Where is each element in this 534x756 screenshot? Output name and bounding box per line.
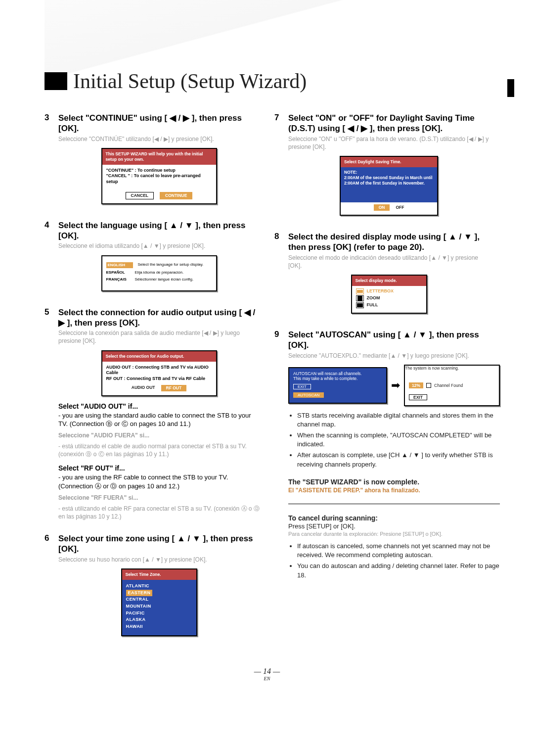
dst-off-label[interactable]: OFF xyxy=(396,204,404,211)
lang-row-english[interactable]: ENGLISH Select the language for setup di… xyxy=(106,261,212,269)
continue-button[interactable]: CONTINUE xyxy=(160,192,192,199)
wizard-complete: The "SETUP WIZARD" is now complete. xyxy=(288,478,500,486)
step-8-number: 8 xyxy=(274,232,283,317)
audio-out-es-text: - está utilizando el cable de audio norm… xyxy=(58,442,260,458)
step-5-subtext: Seleccione la conexión para salida de au… xyxy=(58,329,260,345)
list-item: After autoscan is complete, use [CH ▲ / … xyxy=(297,451,500,469)
display-full[interactable]: FULL xyxy=(355,302,423,309)
dst-screen: Select Daylight Saving Time. NOTE: 2:00A… xyxy=(340,156,438,216)
cancel-scan-es: Para cancelar durante la exploración: Pr… xyxy=(288,531,500,537)
step-5: 5 Select the connection for audio output… xyxy=(44,307,260,520)
channel-found-label: Channel Found xyxy=(434,383,463,388)
step-3-number: 3 xyxy=(44,113,53,207)
note-label: NOTE: xyxy=(344,170,434,175)
screen-line: AUDIO OUT : Connecting STB and TV via AU… xyxy=(106,365,212,376)
screen-line: "CANCEL " : To cancel to leave pre-arran… xyxy=(106,173,212,185)
timezone-item[interactable]: PACIFIC xyxy=(126,610,192,617)
autoscan-line: This may take a while to complete. xyxy=(293,376,382,381)
cancel-bullets: If autoscan is canceled, some channels n… xyxy=(288,542,500,580)
lang-row-french[interactable]: FRANÇAIS Sélectionner langue écran confi… xyxy=(106,276,212,283)
step-8: 8 Select the desired display mode using … xyxy=(274,232,490,317)
autoscan-progress-screen: The system is now scanning. 12% Channel … xyxy=(404,365,500,406)
step-5-heading: Select the connection for audio output u… xyxy=(58,307,260,329)
step-4-heading: Select the language using [ ▲ / ▼ ], the… xyxy=(58,220,260,241)
timezone-item[interactable]: CENTRAL xyxy=(126,596,192,603)
autoscan-notes: STB starts receiving available digital c… xyxy=(288,411,500,469)
step-6-number: 6 xyxy=(44,533,53,639)
display-zoom[interactable]: ZOOM xyxy=(355,295,423,302)
lang-row-spanish[interactable]: ESPAÑOL Elija idioma de preparación. xyxy=(106,269,212,276)
timezone-item[interactable]: MOUNTAIN xyxy=(126,603,192,610)
list-item: You can do autoscan and adding / deletin… xyxy=(297,562,500,579)
arrow-right-icon: ➡ xyxy=(391,379,400,392)
step-6: 6 Select your time zone using [ ▲ / ▼ ],… xyxy=(44,533,260,639)
autoscan-start-button[interactable]: AUTOSCAN xyxy=(293,392,324,398)
timezone-item[interactable]: EASTERN xyxy=(126,590,153,597)
progress-indicator-icon xyxy=(426,383,431,388)
step-3: 3 Select "CONTINUE" using [ ◀ / ▶ ], the… xyxy=(44,113,260,207)
display-letterbox[interactable]: LETTERBOX xyxy=(355,288,423,295)
audio-out-label[interactable]: AUDIO OUT xyxy=(132,385,155,391)
letterbox-icon xyxy=(356,288,364,294)
audio-out-text: - you are using the standard audio cable… xyxy=(58,411,260,428)
rf-out-button[interactable]: RF OUT xyxy=(161,385,187,391)
step-3-heading: Select "CONTINUE" using [ ◀ / ▶ ], then … xyxy=(58,113,260,134)
zoom-icon xyxy=(356,295,364,301)
step-4-subtext: Seleccione el idioma utilizando [▲ / ▼] … xyxy=(58,242,260,250)
step-6-heading: Select your time zone using [ ▲ / ▼ ], t… xyxy=(58,533,260,555)
autoscan-line: AUTOSCAN will rescan all channels. xyxy=(293,371,382,376)
cancel-scan-heading: To cancel during scanning: xyxy=(288,514,500,522)
timezone-item[interactable]: HAWAII xyxy=(126,623,192,630)
language-screen: ENGLISH Select the language for setup di… xyxy=(101,255,217,291)
dst-on-button[interactable]: ON xyxy=(374,204,390,211)
setup-wizard-screen-continue: This SETUP WIZARD will help you with the… xyxy=(101,148,217,204)
cancel-button[interactable]: CANCEL xyxy=(126,192,154,199)
rf-out-heading: Select "RF OUT" if... xyxy=(58,464,260,472)
step-9-heading: Select "AUTOSCAN" using [ ▲ / ▼ ], then … xyxy=(288,330,500,351)
audio-out-screen: Select the connection for Audio output. … xyxy=(101,350,217,396)
rf-out-text: - you are using the RF cable to connect … xyxy=(58,473,260,490)
step-9: 9 Select "AUTOSCAN" using [ ▲ / ▼ ], the… xyxy=(274,330,490,585)
screen-title: Select Time Zone. xyxy=(122,569,196,580)
step-3-subtext: Seleccione "CONTINÚE" utilizando [◀ / ▶]… xyxy=(58,135,260,143)
audio-out-es-heading: Seleccione "AUDIO FUERA" si... xyxy=(58,432,149,439)
rf-out-es-heading: Seleccione "RF FUERA" si... xyxy=(58,494,138,501)
progress-percent: 12% xyxy=(409,382,423,388)
step-4-number: 4 xyxy=(44,220,53,294)
display-mode-screen: Select display mode. LETTERBOX ZOOM xyxy=(351,275,427,314)
full-icon xyxy=(356,302,364,308)
step-7: 7 Select "ON" or "OFF" for Daylight Savi… xyxy=(274,113,490,219)
screen-title: The system is now scanning. xyxy=(405,366,499,371)
page-edge-marker xyxy=(507,79,514,97)
step-9-number: 9 xyxy=(274,330,283,585)
autoscan-prompt-screen: AUTOSCAN will rescan all channels. This … xyxy=(288,367,387,404)
step-6-subtext: Seleccione su huso horario con [▲ / ▼] y… xyxy=(58,556,260,564)
step-5-number: 5 xyxy=(44,307,53,520)
step-8-heading: Select the desired display mode using [ … xyxy=(288,232,490,253)
screen-line: RF OUT : Connecting STB and TV via RF Ca… xyxy=(106,376,212,382)
step-4: 4 Select the language using [ ▲ / ▼ ], t… xyxy=(44,220,260,294)
timezone-item[interactable]: ATLANTIC xyxy=(126,583,192,590)
list-item: When the scanning is complete, "AUTOSCAN… xyxy=(297,431,500,449)
note-body: 2:00AM of the second Sunday in March unt… xyxy=(344,175,434,186)
timezone-screen: Select Time Zone. ATLANTICEASTERNCENTRAL… xyxy=(121,568,197,636)
left-column: 3 Select "CONTINUE" using [ ◀ / ▶ ], the… xyxy=(44,113,260,652)
right-column: 7 Select "ON" or "OFF" for Daylight Savi… xyxy=(274,113,490,652)
scan-exit-button[interactable]: EXIT xyxy=(409,394,427,400)
step-7-heading: Select "ON" or "OFF" for Daylight Saving… xyxy=(288,113,490,134)
wizard-complete-es: El "ASISTENTE DE PREP." ahora ha finaliz… xyxy=(288,487,500,494)
divider xyxy=(288,504,500,504)
step-7-subtext: Seleccione "ON" u "OFF" para la hora de … xyxy=(288,135,490,151)
step-9-subtext: Seleccione "AUTOEXPLO." mediante [▲ / ▼]… xyxy=(288,352,500,360)
screen-title: Select the connection for Audio output. xyxy=(102,351,216,362)
screen-line: "CONTINUE" : To continue setup xyxy=(106,168,212,174)
autoscan-exit-button[interactable]: EXIT xyxy=(293,384,311,389)
step-8-subtext: Seleccione el modo de indicación deseado… xyxy=(288,254,490,270)
step-7-number: 7 xyxy=(274,113,283,219)
screen-title: Select display mode. xyxy=(352,276,426,286)
screen-title: Select Daylight Saving Time. xyxy=(341,157,437,167)
two-column-layout: 3 Select "CONTINUE" using [ ◀ / ▶ ], the… xyxy=(44,113,490,652)
audio-out-heading: Select "AUDIO OUT" if... xyxy=(58,402,260,410)
page-title: Initial Setup (Setup Wizard) xyxy=(44,69,490,93)
timezone-item[interactable]: ALASKA xyxy=(126,616,192,623)
